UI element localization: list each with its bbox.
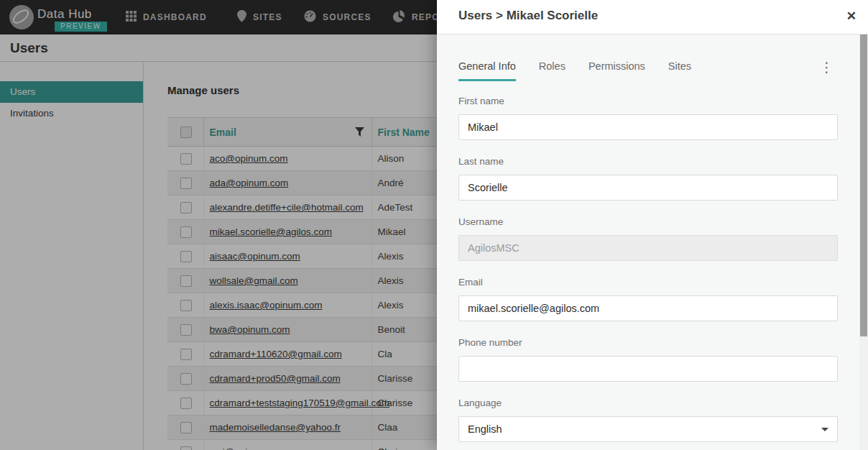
tab-bar: General Info Roles Permissions Sites ⋮: [458, 35, 838, 81]
email-field-group: Email: [458, 277, 838, 321]
language-select[interactable]: English: [458, 416, 838, 442]
username-field-group: Username: [458, 216, 838, 261]
language-selected-value: English: [468, 423, 502, 435]
drawer-header: Users > Mikael Scorielle ✕: [437, 0, 868, 35]
drawer-body: General Info Roles Permissions Sites ⋮ F…: [437, 35, 868, 442]
tab-general-info[interactable]: General Info: [458, 60, 516, 81]
last-name-field-group: Last name: [458, 156, 838, 201]
kebab-menu-icon[interactable]: ⋮: [816, 60, 838, 74]
last-name-label: Last name: [458, 156, 838, 168]
drawer-scrollbar-thumb[interactable]: [860, 35, 867, 336]
last-name-input[interactable]: [458, 175, 838, 201]
tab-roles[interactable]: Roles: [539, 60, 565, 81]
drawer-scrollbar-track[interactable]: [859, 35, 868, 450]
first-name-field-group: First name: [458, 96, 838, 140]
tab-permissions[interactable]: Permissions: [588, 60, 645, 81]
close-icon[interactable]: ✕: [846, 9, 857, 24]
username-label: Username: [458, 216, 838, 229]
email-input[interactable]: [458, 295, 838, 321]
first-name-input[interactable]: [458, 114, 838, 140]
first-name-label: First name: [458, 96, 838, 108]
tab-sites[interactable]: Sites: [668, 60, 691, 81]
language-label: Language: [458, 398, 838, 410]
language-field-group: Language English: [458, 398, 838, 442]
phone-input[interactable]: [458, 356, 838, 382]
user-detail-drawer: Users > Mikael Scorielle ✕ General Info …: [437, 0, 868, 450]
username-input: [458, 235, 838, 261]
phone-label: Phone number: [458, 337, 838, 349]
email-label: Email: [458, 277, 838, 289]
phone-field-group: Phone number: [458, 337, 838, 382]
chevron-down-icon: [821, 428, 828, 431]
breadcrumb: Users > Mikael Scorielle: [458, 9, 598, 23]
